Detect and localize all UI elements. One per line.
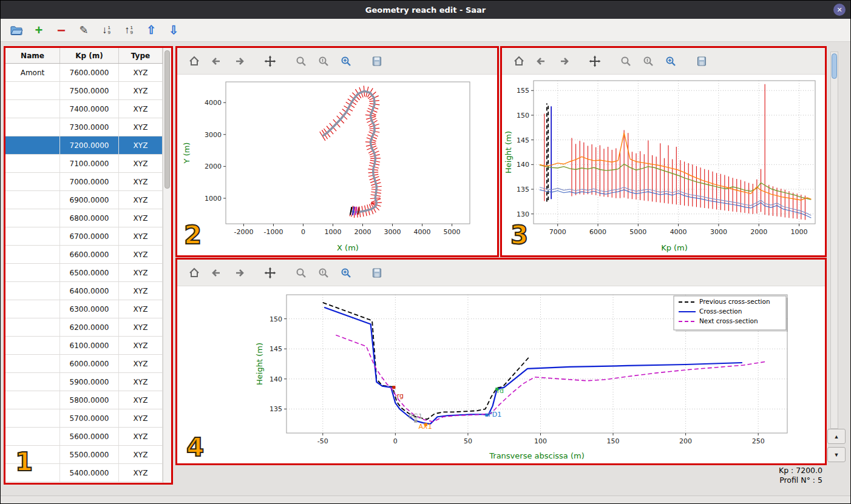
triangle-up-icon: ▲ [834, 434, 839, 440]
edit-row-button[interactable]: ✎ [75, 22, 92, 39]
save-button[interactable] [370, 266, 384, 280]
zoom-region-button[interactable] [339, 54, 353, 69]
cell-type: XYZ [119, 409, 163, 427]
cell-type: XYZ [119, 118, 163, 136]
table-row[interactable]: 6700.0000XYZ [5, 227, 163, 246]
svg-text:1000: 1000 [205, 195, 222, 203]
table-row[interactable]: Amont7600.0000XYZ [5, 64, 163, 82]
back-button[interactable] [534, 54, 549, 69]
cell-kp: 6100.0000 [60, 337, 119, 354]
cell-name [5, 173, 60, 190]
move-up-button[interactable]: ⇧ [143, 22, 160, 39]
table-row[interactable]: 6900.0000XYZ [5, 191, 163, 209]
table-row[interactable]: 7400.0000XYZ [5, 100, 163, 118]
cell-name [5, 282, 60, 300]
move-down-button[interactable]: ⇩ [165, 22, 182, 39]
svg-text:-50: -50 [317, 437, 328, 445]
svg-text:145: 145 [270, 345, 282, 353]
table-row[interactable]: 6800.0000XYZ [5, 209, 163, 227]
column-header-kp[interactable]: Kp (m) [60, 48, 119, 63]
cell-type: XYZ [119, 82, 163, 99]
inspect-button[interactable] [641, 54, 656, 69]
svg-text:3000: 3000 [710, 228, 727, 236]
home-button[interactable] [512, 54, 526, 69]
svg-text:140: 140 [517, 161, 529, 169]
plan-view-chart[interactable]: -2000-1000010002000300040005000100020003… [177, 75, 497, 255]
column-header-type[interactable]: Type [119, 48, 163, 63]
zoom-button[interactable] [294, 266, 308, 280]
table-row[interactable]: 6600.0000XYZ [5, 246, 163, 264]
right-scrollbar-thumb[interactable] [832, 53, 837, 79]
title-bar[interactable]: Geometry reach edit - Saar ✕ [1, 1, 850, 19]
cell-type: XYZ [119, 428, 163, 445]
previous-profile-button[interactable]: ▲ [827, 429, 846, 444]
table-row[interactable]: 6000.0000XYZ [5, 355, 163, 373]
xsection-plot-toolbar [177, 260, 825, 286]
forward-button[interactable] [232, 266, 246, 280]
table-row[interactable]: 7200.0000XYZ [5, 136, 163, 155]
table-row[interactable]: 7500.0000XYZ [5, 82, 163, 100]
table-row[interactable]: 5600.0000XYZ [5, 428, 163, 446]
column-header-name[interactable]: Name [5, 48, 60, 63]
status-bar [1, 496, 850, 503]
table-row[interactable]: 5800.0000XYZ [5, 391, 163, 409]
pan-icon [264, 55, 276, 67]
sort-descending-button[interactable]: ↓ 19 [98, 22, 115, 39]
table-scrollbar[interactable] [163, 48, 171, 483]
add-row-button[interactable]: + [30, 22, 47, 39]
pan-button[interactable] [263, 266, 277, 280]
table-row[interactable]: 6400.0000XYZ [5, 282, 163, 300]
svg-text:-1000: -1000 [263, 228, 283, 236]
table-body: Amont7600.0000XYZ7500.0000XYZ7400.0000XY… [5, 64, 163, 483]
zoom-button[interactable] [619, 54, 633, 69]
svg-text:AX1: AX1 [419, 423, 432, 431]
table-row[interactable]: 7300.0000XYZ [5, 118, 163, 136]
inspect-button[interactable] [316, 54, 331, 69]
pan-button[interactable] [588, 54, 602, 69]
back-button[interactable] [209, 266, 224, 280]
svg-text:150: 150 [270, 315, 282, 323]
open-file-button[interactable] [8, 22, 25, 39]
save-button[interactable] [694, 54, 709, 69]
pan-icon [264, 267, 276, 279]
table-scrollbar-thumb[interactable] [164, 50, 170, 189]
table-row[interactable]: 6100.0000XYZ [5, 337, 163, 355]
save-button[interactable] [370, 54, 384, 69]
svg-text:0: 0 [301, 228, 305, 236]
close-button[interactable]: ✕ [833, 4, 846, 16]
svg-text:Previous cross-section: Previous cross-section [699, 298, 770, 305]
home-icon [188, 55, 200, 67]
forward-button[interactable] [232, 54, 246, 69]
inspect-button[interactable] [316, 266, 331, 280]
svg-text:100: 100 [534, 437, 547, 445]
forward-button[interactable] [557, 54, 571, 69]
table-row[interactable]: 7000.0000XYZ [5, 173, 163, 191]
table-row[interactable]: 5900.0000XYZ [5, 373, 163, 391]
cell-kp: 7400.0000 [60, 100, 119, 118]
svg-text:4000: 4000 [414, 228, 431, 236]
table-row[interactable]: 5700.0000XYZ [5, 409, 163, 428]
sort-ascending-button[interactable]: ↑ 19 [120, 22, 137, 39]
table-row[interactable]: 6500.0000XYZ [5, 264, 163, 282]
right-scrollbar[interactable] [830, 52, 838, 429]
home-button[interactable] [187, 266, 202, 280]
zoom-button[interactable] [294, 54, 308, 69]
table-row[interactable]: 6200.0000XYZ [5, 318, 163, 337]
cross-section-chart[interactable]: -50050100150200250135140145150Transverse… [177, 286, 825, 463]
next-profile-button[interactable]: ▼ [827, 447, 846, 462]
forward-icon [558, 55, 570, 67]
svg-text:RG1: RG1 [409, 412, 422, 420]
home-button[interactable] [187, 54, 202, 69]
zoom-region-button[interactable] [339, 266, 353, 280]
pan-button[interactable] [263, 54, 277, 69]
cell-name [5, 136, 60, 154]
cell-kp: 6700.0000 [60, 227, 119, 245]
remove-row-button[interactable]: − [53, 22, 70, 39]
long-profile-chart[interactable]: 7000600050004000300020001000130135140145… [502, 75, 825, 255]
table-row[interactable]: 7100.0000XYZ [5, 155, 163, 173]
cell-type: XYZ [119, 355, 163, 372]
back-button[interactable] [209, 54, 224, 69]
svg-text:145: 145 [517, 136, 529, 144]
zoom-region-button[interactable] [663, 54, 678, 69]
table-row[interactable]: 6300.0000XYZ [5, 300, 163, 318]
